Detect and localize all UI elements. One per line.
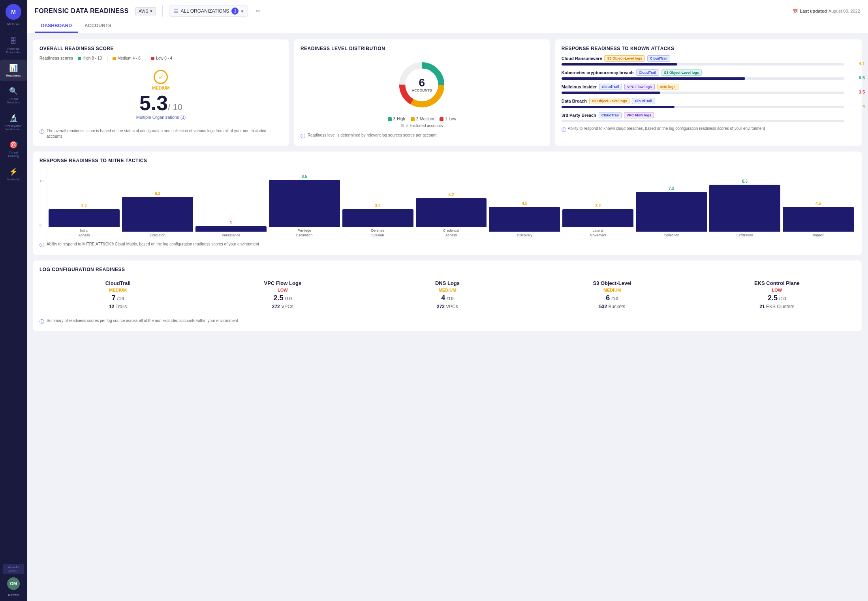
bar-rect	[489, 207, 560, 232]
sidebar-item-label: ThreatDetection	[7, 97, 20, 104]
distribution-info: ⓘ Readiness level is determined by relev…	[301, 133, 543, 140]
log-config-item: S3 Object-Level MEDIUM 6 /10 532 Buckets	[534, 280, 691, 309]
log-config-item: EKS Control Plane LOW 2.5 /10 21 EKS Clu…	[699, 280, 855, 309]
donut-chart: 6 ACCOUNTS	[396, 59, 447, 110]
log-config-item: DNS Logs MEDIUM 4 /10 272 VPCs	[369, 280, 526, 309]
log-config-title: LOG CONFIGURATION READINESS	[39, 267, 855, 272]
progress-bar	[562, 120, 844, 122]
mitre-title: RESPONSE READINESS TO MITRE TACTICS	[39, 158, 855, 163]
attack-tag: DNS logs	[657, 84, 678, 90]
log-level: LOW	[278, 288, 288, 292]
org-label: ALL ORGANIZATIONS	[181, 8, 229, 14]
low-legend-dot	[440, 117, 443, 121]
tab-dashboard[interactable]: DASHBOARD	[35, 20, 78, 33]
high-count: 3	[393, 117, 396, 121]
attack-score: 4	[862, 104, 865, 109]
attack-tag: VPC Flow logs	[624, 112, 654, 118]
calendar-icon: 📅	[793, 9, 798, 14]
bar-value: 7.2	[669, 186, 674, 191]
sidebar-item-readiness[interactable]: 📊 Readiness	[0, 60, 27, 81]
cloud-provider-selector[interactable]: AWS ▾	[135, 7, 156, 15]
attack-item: Kubernetes cryptocurrency breach CloudTr…	[562, 69, 855, 80]
bar-value: 3.2	[595, 204, 601, 208]
attack-tag: S3 Object-Level logs	[589, 98, 630, 104]
bar-value: 8.5	[742, 179, 748, 183]
bar-label: Exfiltration	[736, 233, 753, 238]
high-dot	[78, 57, 81, 60]
bar-value: 4.5	[522, 201, 527, 206]
org-count: 3	[231, 7, 239, 15]
bar-value: 5.2	[449, 193, 454, 197]
main-content: FORENSIC DATA READINESS AWS ▾ ☰ ALL ORGA…	[27, 0, 868, 601]
bar-rect	[122, 197, 193, 232]
org-selector[interactable]: ☰ ALL ORGANIZATIONS 3 ▾	[169, 6, 248, 17]
mitre-card: RESPONSE READINESS TO MITRE TACTICS 10 0…	[33, 152, 862, 255]
known-attacks-card: RESPONSE READINESS TO KNOWN ATTACKS Clou…	[555, 39, 862, 146]
user-name: Kaizen	[8, 593, 19, 597]
overall-readiness-info: ⓘ The overall readiness score is based o…	[39, 128, 282, 139]
low-count: 1	[445, 117, 447, 121]
sidebar-item-threat-hunting[interactable]: 🎯 ThreatHunting	[0, 137, 27, 162]
log-count: 272 VPCs	[272, 304, 293, 309]
log-count: 272 VPCs	[437, 304, 458, 309]
edit-icon[interactable]: ✏	[256, 8, 261, 14]
tab-accounts[interactable]: ACCOUNTS	[78, 20, 118, 33]
log-config-item: CloudTrail MEDIUM 7 /10 12 Trails	[39, 280, 196, 309]
sidebar: M MITIGA 🗄 ForensicData Lake 📊 Readiness…	[0, 0, 27, 601]
sidebar-item-forensic-data-lake[interactable]: 🗄 ForensicData Lake	[0, 33, 27, 58]
bar-group: 4.5 Discovery	[489, 167, 560, 238]
bar-rect	[636, 192, 707, 232]
progress-bar	[562, 92, 844, 94]
bar-rect	[709, 185, 780, 232]
attack-name: Data Breach	[562, 99, 587, 103]
log-name: EKS Control Plane	[754, 280, 800, 286]
log-count: 12 Trails	[109, 304, 127, 309]
log-level: MEDIUM	[603, 288, 621, 292]
bar-rect	[342, 209, 413, 227]
bar-label: Impact	[813, 233, 824, 238]
sidebar-item-label: Incidents	[7, 178, 20, 181]
log-name: S3 Object-Level	[593, 280, 631, 286]
forensic-data-lake-icon: 🗄	[10, 37, 17, 45]
threat-hunting-icon: 🎯	[9, 140, 18, 149]
info-icon: ⓘ	[39, 129, 44, 135]
sidebar-item-threat-detection[interactable]: 🔍 ThreatDetection	[0, 83, 27, 108]
medium-legend-dot	[411, 117, 415, 121]
attack-name: 3rd Party Breach	[562, 113, 596, 118]
attack-name: Kubernetes cryptocurrency breach	[562, 70, 634, 75]
avatar: OM	[7, 577, 20, 590]
known-attacks-title: RESPONSE READINESS TO KNOWN ATTACKS	[562, 46, 855, 51]
view-as-button[interactable]: View As Select...	[3, 564, 24, 574]
check-circle-icon: ✓	[154, 70, 168, 84]
attack-tag: CloudTrail	[647, 55, 670, 62]
score-denom: / 10	[168, 102, 182, 112]
bar-group: 1 Persistence	[195, 167, 267, 238]
mitre-info: ⓘ Ability to respond to MITRE ATT&CK® Cl…	[39, 242, 855, 249]
top-row: OVERALL READINESS SCORE Readiness scores…	[33, 39, 862, 146]
bar-group: 3.2 DefenseEvasion	[342, 167, 413, 238]
mitre-bars: 3.2 InitialAccess 6.3 Execution 1 Persis…	[47, 167, 855, 238]
distribution-title: READINESS LEVEL DISTRIBUTION	[301, 46, 543, 51]
log-count: 21 EKS Clusters	[759, 304, 794, 309]
attack-tag: CloudTrail	[636, 69, 659, 76]
log-score: 6	[606, 294, 610, 302]
chevron-down-icon: ▾	[150, 9, 152, 14]
sidebar-item-incidents[interactable]: ⚡ Incidents	[0, 163, 27, 185]
bar-group: 3.2 InitialAccess	[49, 167, 120, 238]
incidents-icon: ⚡	[9, 167, 18, 176]
readiness-legend: Readiness scores High 8 - 10 | Medium 4 …	[39, 55, 282, 61]
app-logo: M	[6, 4, 21, 20]
sidebar-item-investigation-workbench[interactable]: 🔬 InvestigationWorkbench	[0, 110, 27, 135]
bar-value: 4.5	[815, 201, 821, 206]
bar-label: CredentialAccess	[443, 228, 459, 238]
bar-group: 5.2 CredentialAccess	[416, 167, 487, 238]
attack-name: Cloud Ransomware	[562, 56, 602, 61]
bar-label: PrivilegeEscalation	[296, 228, 313, 238]
log-config-grid: CloudTrail MEDIUM 7 /10 12 Trails VPC Fl…	[39, 276, 855, 313]
bar-value: 3.2	[81, 204, 87, 208]
log-score-denom: /10	[779, 296, 786, 301]
attack-score: 3.5	[859, 90, 865, 94]
chevron-down-icon: ▾	[241, 8, 244, 14]
log-score: 2.5	[768, 294, 778, 302]
bar-rect	[562, 209, 633, 227]
